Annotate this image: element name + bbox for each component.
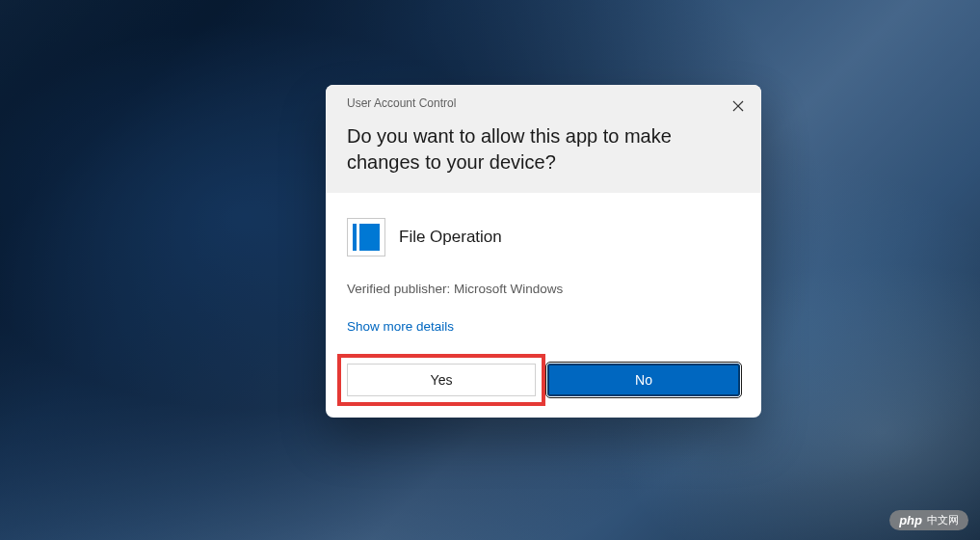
dialog-question: Do you want to allow this app to make ch… — [347, 123, 740, 176]
close-button[interactable] — [727, 94, 750, 118]
watermark: php 中文网 — [889, 510, 968, 530]
app-info-row: File Operation — [347, 218, 740, 256]
app-name: File Operation — [399, 228, 502, 247]
watermark-badge: php 中文网 — [889, 510, 968, 530]
uac-dialog: User Account Control Do you want to allo… — [326, 85, 761, 418]
highlight-annotation: Yes — [337, 354, 545, 406]
watermark-logo: php — [899, 513, 922, 527]
watermark-text: 中文网 — [927, 513, 959, 527]
app-icon — [347, 218, 385, 256]
no-button[interactable]: No — [547, 364, 740, 396]
dialog-header: User Account Control Do you want to allo… — [326, 85, 761, 193]
publisher-label: Verified publisher: Microsoft Windows — [347, 282, 740, 296]
dialog-body: File Operation Verified publisher: Micro… — [326, 193, 761, 356]
show-details-link[interactable]: Show more details — [347, 319, 454, 334]
yes-button[interactable]: Yes — [347, 364, 536, 396]
dialog-footer: Yes No — [326, 356, 761, 418]
dialog-title: User Account Control — [347, 96, 740, 110]
close-icon — [732, 100, 744, 112]
